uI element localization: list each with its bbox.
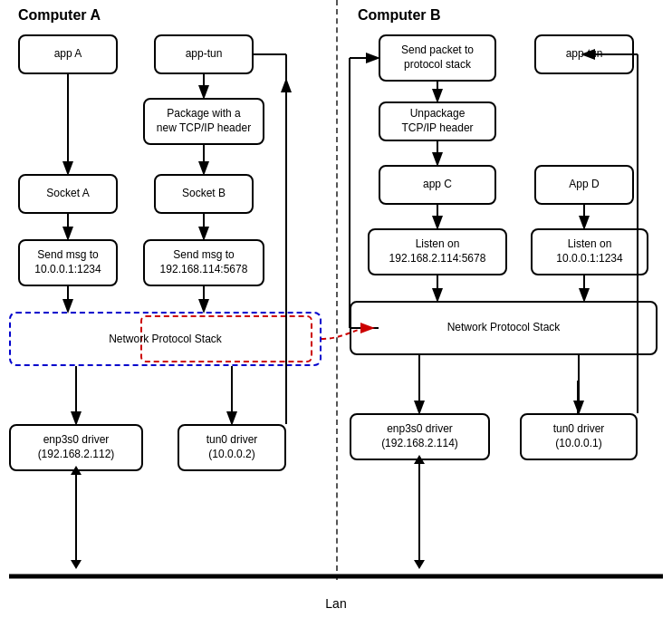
tun0-a-box: tun0 driver (10.0.0.2): [178, 424, 286, 471]
unpackage-b-box: Unpackage TCP/IP header: [379, 101, 496, 141]
app-a-box: app A: [18, 34, 118, 74]
package-box-a: Package with a new TCP/IP header: [143, 98, 264, 145]
app-d-box: App D: [534, 165, 634, 205]
computer-b-title: Computer B: [358, 7, 441, 24]
network-stack-b-box: Network Protocol Stack: [350, 301, 658, 355]
enp3s0-a-box: enp3s0 driver (192.168.2.112): [9, 424, 143, 471]
center-divider: [336, 0, 338, 580]
send-packet-b-box: Send packet to protocol stack: [379, 34, 496, 82]
svg-marker-10: [71, 560, 82, 569]
svg-marker-24: [414, 560, 425, 569]
socket-a-box: Socket A: [18, 174, 118, 214]
app-tun-b-box: app-tun: [534, 34, 634, 74]
send-msg-a-box: Send msg to 10.0.0.1:1234: [18, 239, 118, 286]
enp3s0-b-box: enp3s0 driver (192.168.2.114): [350, 413, 490, 460]
app-tun-a-box: app-tun: [154, 34, 254, 74]
network-stack-a-inner: [140, 315, 312, 362]
computer-a-title: Computer A: [18, 7, 101, 24]
socket-b-box: Socket B: [154, 174, 254, 214]
diagram: Computer A Computer B app A app-tun Pack…: [0, 0, 672, 618]
lan-label: Lan: [325, 596, 346, 611]
app-c-box: app C: [379, 165, 496, 205]
listen-c-box: Listen on 192.168.2.114:5678: [368, 228, 507, 275]
listen-d-box: Listen on 10.0.0.1:1234: [531, 228, 648, 275]
send-msg-b-box: Send msg to 192.168.114:5678: [143, 239, 264, 286]
tun0-b-box: tun0 driver (10.0.0.1): [520, 413, 638, 460]
